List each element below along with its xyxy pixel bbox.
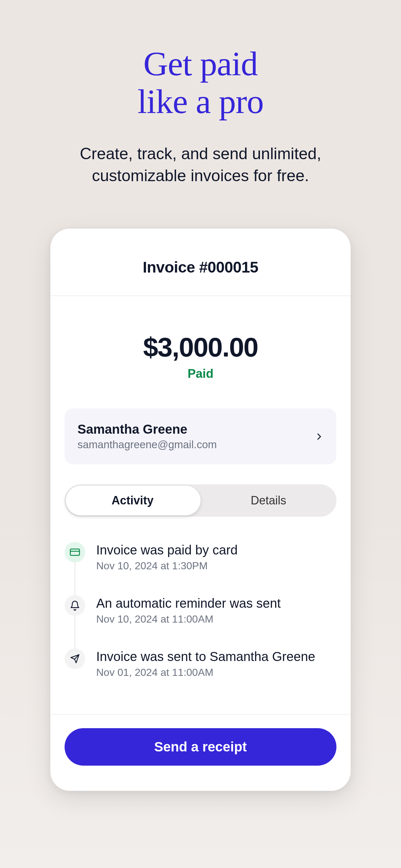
activity-timeline: Invoice was paid by card Nov 10, 2024 at… bbox=[65, 542, 336, 714]
payer-card[interactable]: Samantha Greene samanthagreene@gmail.com bbox=[65, 408, 336, 464]
card-icon bbox=[65, 542, 85, 562]
invoice-title: Invoice #000015 bbox=[63, 258, 338, 276]
tab-activity-label: Activity bbox=[112, 494, 153, 507]
activity-item: An automatic reminder was sent Nov 10, 2… bbox=[65, 595, 336, 648]
activity-time: Nov 10, 2024 at 1:30PM bbox=[96, 560, 238, 572]
tab-segmented-control: Activity Details bbox=[65, 485, 336, 517]
hero-title-line2: like a pro bbox=[137, 83, 264, 120]
activity-title: An automatic reminder was sent bbox=[96, 595, 281, 611]
hero-title-line1: Get paid bbox=[143, 45, 258, 83]
activity-time: Nov 01, 2024 at 11:00AM bbox=[96, 666, 315, 678]
activity-time: Nov 10, 2024 at 11:00AM bbox=[96, 613, 281, 625]
invoice-header: Invoice #000015 bbox=[50, 228, 351, 296]
phone-mock: Invoice #000015 $3,000.00 Paid Samantha … bbox=[50, 228, 351, 791]
hero-subtitle: Create, track, and send unlimited, custo… bbox=[39, 143, 362, 187]
activity-item: Invoice was paid by card Nov 10, 2024 at… bbox=[65, 542, 336, 595]
payer-info: Samantha Greene samanthagreene@gmail.com bbox=[78, 422, 217, 451]
send-receipt-button[interactable]: Send a receipt bbox=[65, 728, 336, 766]
amount-block: $3,000.00 Paid bbox=[50, 296, 351, 394]
tab-details[interactable]: Details bbox=[201, 485, 336, 517]
invoice-amount: $3,000.00 bbox=[63, 332, 338, 363]
svg-rect-0 bbox=[70, 549, 80, 555]
footer-bar: Send a receipt bbox=[50, 714, 351, 791]
tab-details-label: Details bbox=[251, 494, 286, 507]
send-icon bbox=[65, 648, 85, 669]
chevron-right-icon bbox=[314, 432, 323, 441]
activity-item: Invoice was sent to Samantha Greene Nov … bbox=[65, 648, 336, 678]
bell-icon bbox=[65, 595, 85, 616]
activity-title: Invoice was sent to Samantha Greene bbox=[96, 648, 315, 664]
activity-title: Invoice was paid by card bbox=[96, 542, 238, 558]
invoice-status: Paid bbox=[63, 367, 338, 381]
send-receipt-label: Send a receipt bbox=[154, 739, 247, 755]
hero-title: Get paid like a pro bbox=[0, 45, 401, 120]
payer-email: samanthagreene@gmail.com bbox=[78, 438, 217, 451]
payer-name: Samantha Greene bbox=[78, 422, 217, 437]
